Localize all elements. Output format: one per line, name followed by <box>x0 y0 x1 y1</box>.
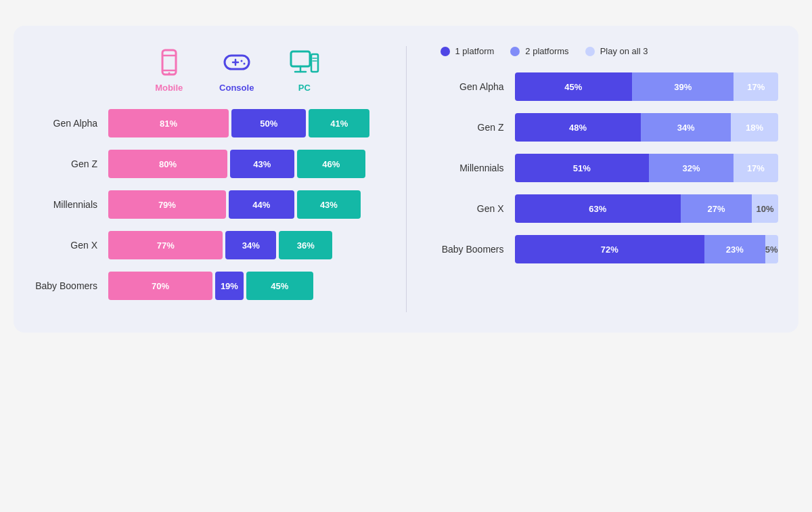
legend-label: 2 platforms <box>525 46 568 56</box>
legend-item: 1 platform <box>441 46 495 56</box>
bars-container: 81%50%41% <box>108 109 372 137</box>
bar-segment: 50% <box>231 109 306 137</box>
icon-item-pc: PC <box>277 46 332 93</box>
row-label: Baby Boomers <box>34 280 108 291</box>
stacked-segment: 63% <box>515 194 681 223</box>
table-row: Gen X77%34%36% <box>34 231 372 259</box>
stacked-segment: 18% <box>731 113 778 142</box>
legend-label: 1 platform <box>455 46 495 56</box>
row-label: Gen X <box>34 240 108 251</box>
stacked-segment: 32% <box>649 154 734 182</box>
legend-item: 2 platforms <box>510 46 568 56</box>
bar-segment: 36% <box>279 231 332 259</box>
bars-container: 80%43%46% <box>108 150 372 178</box>
table-row: Baby Boomers72%23%5% <box>441 235 779 263</box>
bar-segment: 43% <box>297 190 361 219</box>
right-chart: 1 platform2 platformsPlay on all 3 Gen A… <box>441 46 779 312</box>
page-title-section <box>14 14 798 15</box>
bars-container: 70%19%45% <box>108 272 372 300</box>
legend-label: Play on all 3 <box>600 46 648 56</box>
table-row: Gen Alpha81%50%41% <box>34 109 372 137</box>
table-row: Gen X63%27%10% <box>441 194 779 223</box>
bar-segment: 19% <box>215 272 244 300</box>
table-row: Gen Z80%43%46% <box>34 150 372 178</box>
legend-item: Play on all 3 <box>585 46 648 56</box>
row-label: Gen Z <box>441 122 515 133</box>
stacked-segment: 45% <box>515 72 633 101</box>
svg-point-8 <box>243 63 245 65</box>
bar-segment: 70% <box>108 272 212 300</box>
icon-label-console: Console <box>219 83 254 93</box>
stacked-bar: 45%39%17% <box>515 72 779 101</box>
legend-row: 1 platform2 platformsPlay on all 3 <box>441 46 779 56</box>
legend-dot <box>585 47 595 56</box>
icon-item-console: Console <box>210 46 264 93</box>
bar-segment: 34% <box>225 231 276 259</box>
row-label: Gen Alpha <box>34 118 108 129</box>
left-chart: Mobile Console PC Gen Alpha81%50%41%Gen … <box>34 46 372 312</box>
legend-dot <box>441 47 450 56</box>
stacked-segment: 10% <box>752 194 778 223</box>
stacked-segment: 27% <box>681 194 752 223</box>
bar-segment: 80% <box>108 150 227 178</box>
svg-rect-9 <box>291 51 310 66</box>
stacked-segment: 5% <box>765 235 778 263</box>
row-label: Millennials <box>34 199 108 210</box>
stacked-segment: 51% <box>515 154 650 182</box>
bar-segment: 77% <box>108 231 223 259</box>
table-row: Gen Z48%34%18% <box>441 113 779 142</box>
stacked-segment: 72% <box>515 235 704 263</box>
icon-item-mobile: Mobile <box>142 46 196 93</box>
row-label: Gen X <box>441 203 515 214</box>
icon-label-pc: PC <box>298 83 311 93</box>
chart-divider <box>406 46 407 312</box>
stacked-bar: 63%27%10% <box>515 194 779 223</box>
svg-rect-12 <box>311 54 318 72</box>
svg-point-3 <box>168 72 170 74</box>
icons-row: Mobile Console PC <box>34 46 372 93</box>
row-label: Baby Boomers <box>441 244 515 255</box>
stacked-bar: 72%23%5% <box>515 235 779 263</box>
left-bars-section: Gen Alpha81%50%41%Gen Z80%43%46%Millenni… <box>34 109 372 300</box>
stacked-segment: 17% <box>734 154 778 182</box>
right-bars-section: Gen Alpha45%39%17%Gen Z48%34%18%Millenni… <box>441 72 779 263</box>
row-label: Millennials <box>441 163 515 173</box>
stacked-segment: 48% <box>515 113 641 142</box>
stacked-segment: 17% <box>734 72 778 101</box>
bar-segment: 79% <box>108 190 226 219</box>
bars-container: 79%44%43% <box>108 190 372 219</box>
stacked-segment: 39% <box>632 72 734 101</box>
bar-segment: 43% <box>230 150 294 178</box>
legend-dot <box>510 47 520 56</box>
stacked-bar: 48%34%18% <box>515 113 779 142</box>
stacked-bar: 51%32%17% <box>515 154 779 182</box>
main-card: Mobile Console PC Gen Alpha81%50%41%Gen … <box>14 26 798 333</box>
stacked-segment: 23% <box>704 235 765 263</box>
row-label: Gen Z <box>34 158 108 169</box>
table-row: Baby Boomers70%19%45% <box>34 272 372 300</box>
table-row: Gen Alpha45%39%17% <box>441 72 779 101</box>
bar-segment: 41% <box>309 109 369 137</box>
bar-segment: 44% <box>229 190 294 219</box>
table-row: Millennials51%32%17% <box>441 154 779 182</box>
stacked-segment: 34% <box>641 113 730 142</box>
svg-point-7 <box>240 60 242 62</box>
bar-segment: 45% <box>246 272 313 300</box>
table-row: Millennials79%44%43% <box>34 190 372 219</box>
icon-label-mobile: Mobile <box>155 83 183 93</box>
bar-segment: 81% <box>108 109 229 137</box>
bar-segment: 46% <box>297 150 365 178</box>
row-label: Gen Alpha <box>441 81 515 92</box>
bars-container: 77%34%36% <box>108 231 372 259</box>
